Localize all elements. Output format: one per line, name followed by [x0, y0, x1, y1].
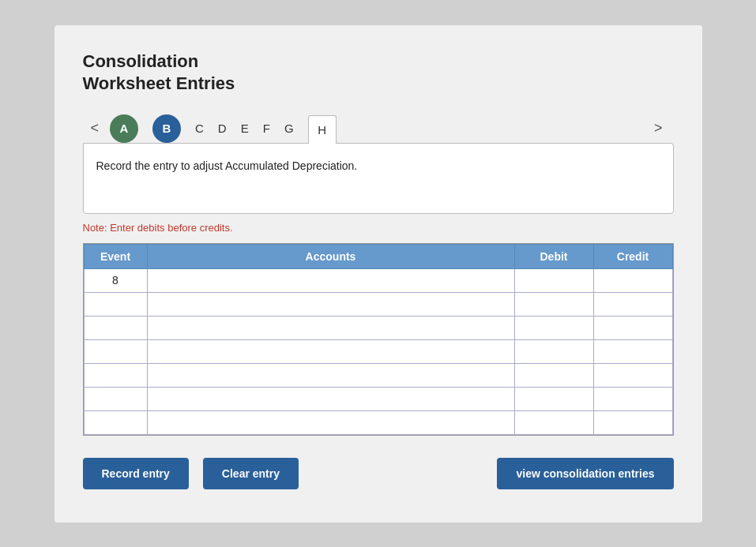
account-input[interactable]	[152, 411, 510, 434]
table-row	[84, 363, 672, 387]
credit-cell[interactable]	[593, 339, 672, 363]
note-text: Note: Enter debits before credits.	[83, 222, 674, 234]
accounts-cell[interactable]	[147, 268, 514, 292]
event-cell	[84, 292, 147, 316]
col-debit: Debit	[514, 244, 593, 268]
debit-cell[interactable]	[514, 363, 593, 387]
debit-input[interactable]	[520, 317, 589, 339]
tab-D[interactable]: D	[218, 114, 227, 143]
record-entry-button[interactable]: Record entry	[83, 458, 189, 489]
page-title: ConsolidationWorksheet Entries	[83, 51, 674, 96]
account-input[interactable]	[152, 340, 510, 363]
accounts-cell[interactable]	[147, 316, 514, 339]
credit-input[interactable]	[599, 317, 668, 339]
debit-input[interactable]	[520, 388, 589, 410]
debit-cell[interactable]	[514, 292, 593, 316]
accounts-cell[interactable]	[147, 339, 514, 363]
table-row	[84, 410, 672, 434]
tab-E[interactable]: E	[241, 114, 249, 143]
table-row: 8	[84, 268, 672, 292]
credit-cell[interactable]	[593, 268, 672, 292]
accounts-cell[interactable]	[147, 363, 514, 387]
credit-input[interactable]	[599, 388, 668, 410]
tab-G[interactable]: G	[284, 114, 294, 143]
accounts-cell[interactable]	[147, 387, 514, 410]
debit-input[interactable]	[520, 293, 589, 316]
prev-nav-button[interactable]: <	[83, 117, 107, 140]
table-row	[84, 387, 672, 410]
account-input[interactable]	[152, 293, 510, 316]
event-cell	[84, 410, 147, 434]
account-input[interactable]	[152, 317, 510, 339]
accounts-cell[interactable]	[147, 292, 514, 316]
button-row: Record entry Clear entry view consolidat…	[83, 458, 674, 489]
tab-A[interactable]: A	[110, 114, 138, 143]
entry-table: Event Accounts Debit Credit 8	[84, 244, 673, 435]
credit-cell[interactable]	[593, 410, 672, 434]
event-cell	[84, 363, 147, 387]
table-row	[84, 292, 672, 316]
debit-cell[interactable]	[514, 339, 593, 363]
table-row	[84, 339, 672, 363]
view-consolidation-button[interactable]: view consolidation entries	[497, 458, 673, 489]
col-accounts: Accounts	[147, 244, 514, 268]
tab-F[interactable]: F	[263, 114, 270, 143]
accounts-cell[interactable]	[147, 410, 514, 434]
credit-input[interactable]	[599, 340, 668, 363]
debit-input[interactable]	[520, 340, 589, 363]
debit-input[interactable]	[520, 364, 589, 387]
debit-cell[interactable]	[514, 316, 593, 339]
credit-cell[interactable]	[593, 363, 672, 387]
credit-input[interactable]	[599, 269, 668, 292]
credit-cell[interactable]	[593, 292, 672, 316]
event-cell: 8	[84, 268, 147, 292]
account-input[interactable]	[152, 364, 510, 387]
main-card: ConsolidationWorksheet Entries < A B C D…	[55, 25, 702, 523]
credit-input[interactable]	[599, 293, 668, 316]
tab-B[interactable]: B	[152, 114, 181, 143]
tabs-row: < A B C D E F G H >	[83, 114, 674, 143]
debit-input[interactable]	[520, 269, 589, 292]
credit-input[interactable]	[599, 411, 668, 434]
credit-input[interactable]	[599, 364, 668, 387]
next-nav-button[interactable]: >	[646, 117, 671, 140]
debit-cell[interactable]	[514, 387, 593, 410]
tab-content-text: Record the entry to adjust Accumulated D…	[96, 159, 358, 172]
credit-cell[interactable]	[593, 387, 672, 410]
debit-input[interactable]	[520, 411, 589, 434]
tab-content-area: Record the entry to adjust Accumulated D…	[83, 143, 674, 214]
tab-H[interactable]: H	[308, 115, 337, 144]
entry-table-wrapper: Event Accounts Debit Credit 8	[83, 243, 674, 436]
event-cell	[84, 339, 147, 363]
credit-cell[interactable]	[593, 316, 672, 339]
account-input[interactable]	[152, 388, 510, 410]
col-credit: Credit	[593, 244, 672, 268]
account-input[interactable]	[152, 269, 510, 292]
debit-cell[interactable]	[514, 268, 593, 292]
clear-entry-button[interactable]: Clear entry	[203, 458, 299, 489]
event-cell	[84, 316, 147, 339]
event-cell	[84, 387, 147, 410]
debit-cell[interactable]	[514, 410, 593, 434]
table-row	[84, 316, 672, 339]
tab-C[interactable]: C	[195, 114, 204, 143]
col-event: Event	[84, 244, 147, 268]
